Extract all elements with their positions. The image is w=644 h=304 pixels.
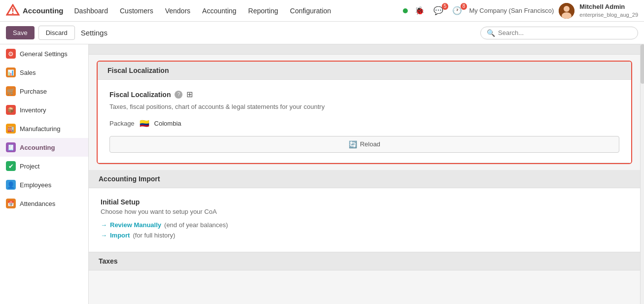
fiscal-description: Taxes, fiscal positions, chart of accoun… bbox=[109, 102, 619, 112]
taxes-header: Taxes bbox=[89, 252, 640, 270]
sidebar-item-manufacturing[interactable]: 🏭 Manufacturing bbox=[0, 119, 88, 138]
sidebar: ⚙ General Settings 📊 Sales 🛒 Purchase 📦 … bbox=[0, 44, 89, 304]
employees-icon: 👤 bbox=[6, 180, 16, 190]
sales-icon: 📊 bbox=[6, 68, 16, 77]
page-title: Settings bbox=[81, 29, 107, 37]
notification-badge-1: 5 bbox=[442, 3, 449, 10]
activities-btn[interactable]: 🕐 8 bbox=[450, 5, 464, 16]
sidebar-label-manufacturing: Manufacturing bbox=[20, 125, 60, 133]
inventory-icon: 📦 bbox=[6, 105, 16, 115]
colombia-flag-icon: 🇨🇴 bbox=[140, 119, 149, 128]
package-row: Package 🇨🇴 Colombia bbox=[109, 119, 619, 128]
sidebar-label-purchase: Purchase bbox=[20, 88, 47, 95]
nav-right-section: 🐞 💬 5 🕐 8 My Company (San Francisco) Mit… bbox=[403, 3, 638, 19]
setup-title: Initial Setup bbox=[101, 198, 628, 206]
attendances-icon: 📅 bbox=[6, 199, 16, 208]
grid-icon[interactable]: ⊞ bbox=[186, 90, 193, 99]
online-status-icon bbox=[403, 8, 408, 13]
toolbar: Save Discard Settings 🔍 bbox=[0, 22, 644, 44]
company-name[interactable]: My Company (San Francisco) bbox=[469, 7, 554, 14]
nav-dashboard[interactable]: Dashboard bbox=[70, 5, 113, 17]
accounting-icon: 🧾 bbox=[6, 142, 16, 152]
sidebar-label-general-settings: General Settings bbox=[20, 50, 68, 58]
svg-point-4 bbox=[564, 6, 570, 12]
sidebar-item-project[interactable]: ✔ Project bbox=[0, 157, 88, 175]
fiscal-title: Fiscal Localization bbox=[109, 91, 171, 99]
user-avatar[interactable] bbox=[559, 3, 574, 19]
reload-icon: 🔄 bbox=[349, 140, 357, 148]
discard-button[interactable]: Discard bbox=[38, 26, 75, 40]
reload-button[interactable]: 🔄 Reload bbox=[109, 136, 619, 153]
import-row: → Import (for full history) bbox=[101, 232, 628, 239]
save-button[interactable]: Save bbox=[6, 26, 35, 39]
nav-reporting[interactable]: Reporting bbox=[243, 5, 283, 17]
project-icon: ✔ bbox=[6, 161, 16, 171]
main-layout: ⚙ General Settings 📊 Sales 🛒 Purchase 📦 … bbox=[0, 44, 644, 304]
logo-icon bbox=[6, 4, 20, 18]
scrollbar-thumb[interactable] bbox=[641, 44, 644, 84]
sidebar-item-employees[interactable]: 👤 Employees bbox=[0, 175, 88, 194]
search-icon: 🔍 bbox=[487, 29, 495, 37]
package-value: Colombia bbox=[154, 120, 181, 127]
review-manually-row: → Review Manually (end of year balances) bbox=[101, 221, 628, 229]
sidebar-label-inventory: Inventory bbox=[20, 106, 46, 114]
sidebar-label-attendances: Attendances bbox=[20, 200, 55, 207]
purchase-icon: 🛒 bbox=[6, 86, 16, 96]
sidebar-label-project: Project bbox=[20, 163, 39, 170]
import-link[interactable]: Import bbox=[110, 232, 130, 239]
user-name: Mitchell Admin bbox=[579, 3, 638, 11]
review-manually-link[interactable]: Review Manually bbox=[110, 221, 161, 229]
nav-customers[interactable]: Customers bbox=[115, 5, 158, 17]
search-box: 🔍 bbox=[480, 27, 638, 39]
sidebar-label-sales: Sales bbox=[20, 69, 36, 76]
accounting-import-header: Accounting Import bbox=[89, 170, 640, 188]
app-logo[interactable]: Accounting bbox=[6, 4, 64, 18]
sidebar-item-general-settings[interactable]: ⚙ General Settings bbox=[0, 44, 88, 63]
scrollbar-track[interactable] bbox=[640, 44, 644, 304]
review-manually-suffix: (end of year balances) bbox=[164, 221, 228, 229]
package-label: Package bbox=[109, 120, 135, 127]
user-sub: enterprise_blog_aug_29 bbox=[579, 11, 638, 18]
user-info-block[interactable]: Mitchell Admin enterprise_blog_aug_29 bbox=[579, 3, 638, 18]
help-icon[interactable]: ? bbox=[175, 91, 182, 99]
fiscal-title-row: Fiscal Localization ? ⊞ bbox=[109, 90, 619, 99]
fiscal-section-wrapper bbox=[89, 44, 640, 55]
import-suffix: (for full history) bbox=[133, 232, 175, 239]
general-settings-icon: ⚙ bbox=[6, 49, 16, 59]
svg-point-2 bbox=[12, 12, 14, 14]
nav-configuration[interactable]: Configuration bbox=[285, 5, 336, 17]
notification-badge-2: 8 bbox=[461, 3, 467, 10]
sidebar-item-accounting[interactable]: 🧾 Accounting bbox=[0, 138, 88, 157]
nav-vendors[interactable]: Vendors bbox=[160, 5, 195, 17]
app-name: Accounting bbox=[23, 6, 64, 15]
top-navigation: Accounting Dashboard Customers Vendors A… bbox=[0, 0, 644, 22]
reload-label: Reload bbox=[360, 140, 380, 148]
setup-desc: Choose how you want to setup your CoA bbox=[101, 208, 628, 215]
sidebar-label-employees: Employees bbox=[20, 181, 51, 189]
content-area: Fiscal Localization Fiscal Localization … bbox=[89, 44, 640, 304]
debug-icon-btn[interactable]: 🐞 bbox=[413, 5, 427, 16]
sidebar-item-purchase[interactable]: 🛒 Purchase bbox=[0, 82, 88, 101]
fiscal-localization-box: Fiscal Localization Fiscal Localization … bbox=[97, 61, 632, 164]
arrow-right-icon-1: → bbox=[101, 221, 107, 229]
sidebar-label-accounting: Accounting bbox=[20, 144, 55, 151]
sidebar-item-inventory[interactable]: 📦 Inventory bbox=[0, 101, 88, 119]
sidebar-item-sales[interactable]: 📊 Sales bbox=[0, 63, 88, 82]
arrow-right-icon-2: → bbox=[101, 232, 107, 239]
fiscal-section-header: Fiscal Localization bbox=[98, 62, 631, 80]
nav-accounting[interactable]: Accounting bbox=[197, 5, 241, 17]
sidebar-item-attendances[interactable]: 📅 Attendances bbox=[0, 194, 88, 213]
search-input[interactable] bbox=[498, 29, 632, 36]
fiscal-section-body: Fiscal Localization ? ⊞ Taxes, fiscal po… bbox=[98, 80, 631, 163]
notifications-btn[interactable]: 💬 5 bbox=[431, 5, 445, 16]
accounting-import-body: Initial Setup Choose how you want to set… bbox=[89, 188, 640, 252]
manufacturing-icon: 🏭 bbox=[6, 124, 16, 134]
